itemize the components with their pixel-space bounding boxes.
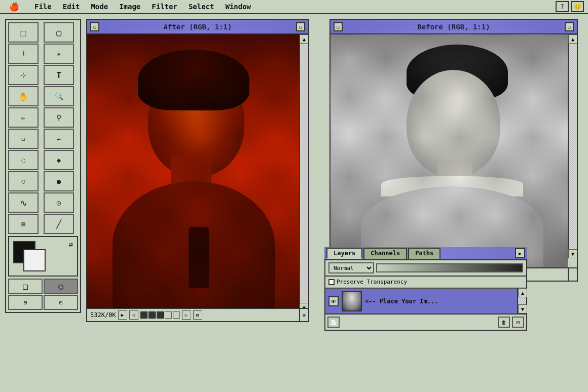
after-bottom-bar: 532K/0K ▶ ◁ ▷ ⊡ ⊞ (87, 308, 308, 321)
menu-mode[interactable]: Mode (86, 2, 113, 12)
after-hair (138, 50, 249, 110)
layer-row-0[interactable]: 👁 <-- Place Your Im... (325, 288, 517, 313)
after-end-btn[interactable]: ⊡ (193, 310, 202, 320)
menu-image[interactable]: Image (114, 2, 145, 12)
new-layer-btn[interactable]: 📄 (327, 317, 340, 328)
menu-select[interactable]: Select (183, 2, 219, 12)
quick-mask-btn[interactable]: ○ (44, 279, 78, 294)
progress-3 (157, 311, 164, 319)
burn-tool[interactable]: ● (44, 171, 74, 191)
dodge-tool[interactable]: ○ (8, 171, 39, 191)
menu-edit[interactable]: Edit (58, 2, 85, 12)
progress-1 (140, 311, 148, 319)
gradient-tool[interactable]: ▤ (8, 214, 39, 234)
tab-layers[interactable]: Layers (326, 248, 362, 259)
layers-body: Normal Preserve Transparency 👁 (324, 260, 527, 331)
layer-thumbnail (342, 291, 362, 311)
after-play-btn[interactable]: ▶ (118, 310, 127, 320)
smudge-tool[interactable]: ∿ (8, 192, 39, 213)
zoom-tool[interactable]: 🔍 (44, 86, 74, 106)
tab-channels[interactable]: Channels (363, 248, 407, 259)
after-corner-btn[interactable]: ⊞ (299, 308, 308, 321)
before-canvas[interactable] (330, 34, 568, 267)
after-status-bar: 532K/0K ▶ ◁ ▷ ⊡ (87, 308, 299, 321)
before-window-content: ▲ ▼ 532 (330, 34, 577, 281)
layers-footer: 📄 🗑 ⊡ (325, 313, 526, 330)
menu-filter[interactable]: Filter (146, 2, 182, 12)
mask-buttons: □ ○ ⊞ ⊡ (8, 279, 78, 310)
layers-scroll-up[interactable]: ▲ (518, 288, 527, 297)
menu-file[interactable]: File (29, 2, 57, 12)
marquee-rect-tool[interactable]: ⬚ (8, 22, 39, 43)
layers-scroll-track[interactable] (518, 297, 526, 304)
magic-wand-tool[interactable]: ✴ (44, 44, 74, 64)
crop-tool[interactable]: ⊹ (8, 65, 39, 85)
pencil-tool[interactable]: ✏ (8, 107, 39, 128)
before-scroll-track[interactable] (569, 45, 576, 248)
before-scroll-down[interactable]: ▼ (568, 249, 577, 258)
layers-scroll-down[interactable]: ▼ (518, 304, 527, 313)
help-button[interactable]: ? (556, 1, 569, 12)
opacity-slider[interactable] (376, 263, 523, 272)
eyedropper-tool[interactable]: ⚲ (44, 107, 74, 128)
before-window: □ Before (RGB, 1:1) □ (329, 19, 578, 282)
background-color[interactable] (23, 249, 46, 271)
pen-tool[interactable]: ✒ (44, 129, 74, 149)
after-window-title: After (RGB, 1:1) (101, 23, 294, 31)
hand-tool[interactable]: ✋ (8, 86, 39, 106)
preserve-transparency-checkbox[interactable] (328, 279, 335, 285)
sponge-tool[interactable]: ◎ (44, 192, 74, 213)
after-scroll-up[interactable]: ▲ (300, 34, 308, 44)
apple-menu[interactable]: 🍎 (4, 1, 24, 13)
layer-rows: 👁 <-- Place Your Im... (325, 288, 517, 313)
tool-grid: ⬚ ◯ ⌇ ✴ ⊹ T ✋ 🔍 ✏ ⚲ ◻ ✒ ◌ ◆ (8, 22, 78, 234)
layers-tabs: Layers Channels Paths (326, 248, 515, 259)
progress-4 (165, 311, 172, 319)
after-window-titlebar: □ After (RGB, 1:1) □ (87, 20, 308, 34)
tab-paths[interactable]: Paths (408, 248, 440, 259)
toolbox: ⬚ ◯ ⌇ ✴ ⊹ T ✋ 🔍 ✏ ⚲ ◻ ✒ ◌ ◆ (5, 19, 81, 313)
eraser-tool[interactable]: ◻ (8, 129, 39, 149)
screen-mode-btn[interactable]: ⊞ (8, 295, 43, 310)
lasso-tool[interactable]: ⌇ (8, 44, 39, 64)
sharpen-tool[interactable]: ◆ (44, 150, 74, 170)
preserve-transparency-row: Preserve Transparency (325, 277, 526, 288)
after-status-text: 532K/0K (90, 311, 116, 319)
after-zoom-btn[interactable]: □ (296, 22, 305, 31)
layers-settings-btn[interactable]: ⊡ (512, 317, 524, 328)
after-scroll-track[interactable] (301, 45, 308, 302)
fullscreen-btn[interactable]: ⊡ (44, 295, 78, 310)
after-close-btn[interactable]: □ (90, 22, 99, 31)
before-scrollbar-right: ▲ ▼ (568, 34, 577, 258)
layer-row-container: 👁 <-- Place Your Im... ▲ ▼ (325, 288, 526, 313)
blur-tool[interactable]: ◌ (8, 150, 39, 170)
delete-layer-btn[interactable]: 🗑 (498, 317, 510, 328)
layers-scrollbar: ▲ ▼ (517, 288, 526, 313)
blend-mode-select[interactable]: Normal (328, 262, 374, 273)
after-bottle (189, 227, 209, 288)
before-scroll-up[interactable]: ▲ (568, 34, 577, 44)
marquee-ellipse-tool[interactable]: ◯ (44, 22, 74, 43)
after-prev-btn[interactable]: ◁ (129, 310, 138, 320)
layer-eye-icon[interactable]: 👁 (328, 296, 339, 306)
after-window-content: ▲ ▼ 532K/0K ▶ ◁ (87, 34, 308, 321)
type-tool[interactable]: T (44, 65, 74, 85)
menu-window[interactable]: Window (220, 2, 256, 12)
layers-menu-btn[interactable]: ▶ (515, 248, 525, 258)
layers-panel: Layers Channels Paths ▶ Normal (324, 247, 527, 331)
line-tool[interactable]: ╱ (44, 214, 74, 234)
swap-colors-icon[interactable]: ⇄ (69, 240, 73, 248)
os-window: 🍎 File Edit Mode Image Filter Select Win… (0, 0, 588, 392)
after-canvas-container: ▲ ▼ (87, 34, 308, 308)
after-next-btn[interactable]: ▷ (182, 310, 191, 320)
before-corner (568, 267, 577, 281)
before-zoom-btn[interactable]: □ (565, 22, 574, 31)
after-window: □ After (RGB, 1:1) □ (86, 19, 309, 322)
progress-5 (173, 311, 180, 319)
before-close-btn[interactable]: □ (334, 22, 343, 31)
before-window-titlebar: □ Before (RGB, 1:1) □ (330, 20, 577, 34)
face-button[interactable]: 😊 (571, 1, 584, 12)
standard-mode-btn[interactable]: □ (8, 279, 43, 294)
after-canvas[interactable] (87, 34, 299, 308)
after-progress (140, 311, 180, 319)
